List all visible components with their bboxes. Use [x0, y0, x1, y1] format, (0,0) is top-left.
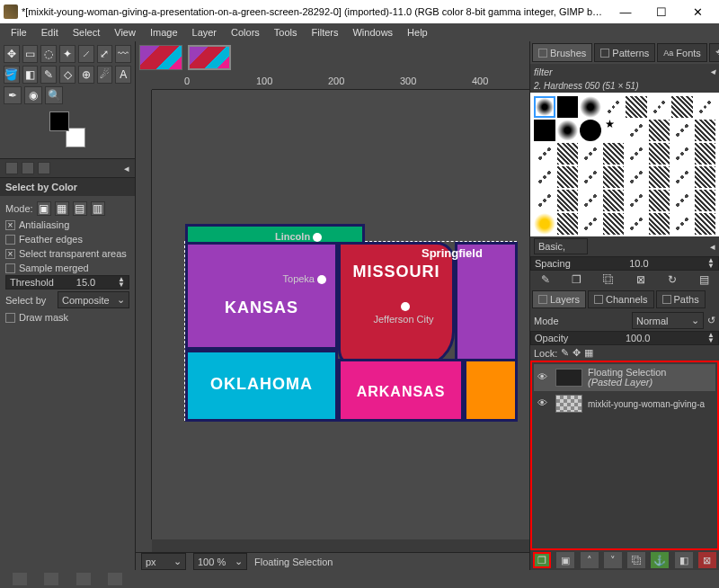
- layer-name[interactable]: Floating Selection(Pasted Layer): [588, 368, 666, 388]
- pencil-tool[interactable]: ✎: [40, 66, 57, 84]
- brushes-tab[interactable]: Brushes: [532, 43, 592, 62]
- brush-item[interactable]: [671, 96, 693, 118]
- brush-item[interactable]: [626, 166, 647, 188]
- color-picker-tool[interactable]: ◉: [24, 86, 42, 104]
- brush-item[interactable]: [649, 120, 670, 141]
- brush-item[interactable]: [580, 166, 601, 188]
- warp-tool[interactable]: 〰: [115, 45, 131, 63]
- device-tab-icon[interactable]: [22, 162, 34, 174]
- brush-item[interactable]: [557, 190, 579, 211]
- brush-item[interactable]: [626, 96, 647, 118]
- sample-merged-checkbox[interactable]: [5, 263, 15, 273]
- brush-item[interactable]: [534, 190, 555, 211]
- move-tool[interactable]: ✥: [4, 45, 20, 63]
- lower-layer-button[interactable]: ˅: [604, 552, 622, 568]
- maximize-button[interactable]: ☐: [644, 0, 679, 23]
- draw-mask-checkbox[interactable]: [5, 313, 15, 323]
- brush-item[interactable]: [557, 143, 579, 165]
- brush-item[interactable]: [580, 96, 601, 118]
- restore-preset-icon[interactable]: [44, 573, 58, 585]
- lock-pixels-icon[interactable]: ✎: [561, 347, 569, 359]
- dock-menu-icon[interactable]: ◂: [710, 66, 715, 77]
- image-tab-1[interactable]: [139, 45, 182, 70]
- bucket-tool[interactable]: 🪣: [4, 66, 20, 84]
- mode-intersect-icon[interactable]: ▥: [91, 201, 105, 216]
- brush-item[interactable]: [671, 190, 693, 211]
- antialiasing-checkbox[interactable]: [5, 220, 15, 230]
- path-tool[interactable]: ✒: [4, 86, 22, 104]
- delete-brush-icon[interactable]: ⊠: [635, 273, 647, 286]
- menu-filters[interactable]: Filters: [305, 25, 346, 40]
- menu-layer[interactable]: Layer: [185, 25, 225, 40]
- canvas-viewport[interactable]: Topeka KANSAS MISSOURI Jefferson City Sp…: [152, 90, 529, 539]
- layer-row[interactable]: Floating Selection(Pasted Layer): [534, 364, 715, 391]
- new-group-button[interactable]: ▣: [556, 552, 574, 568]
- brush-item[interactable]: [626, 190, 647, 211]
- refresh-brush-icon[interactable]: ↻: [666, 273, 679, 286]
- brush-item[interactable]: [671, 166, 693, 188]
- menu-view[interactable]: View: [107, 25, 143, 40]
- brush-item[interactable]: [626, 213, 647, 235]
- layer-name[interactable]: mixkit-young-woman-giving-a: [588, 399, 705, 409]
- brush-item[interactable]: [557, 120, 579, 141]
- brush-item[interactable]: [649, 96, 670, 118]
- brush-item[interactable]: [580, 213, 601, 235]
- blend-mode-dropdown[interactable]: Normal⌄: [632, 312, 704, 329]
- brush-item[interactable]: [626, 120, 647, 141]
- lock-position-icon[interactable]: ✥: [573, 347, 581, 359]
- layer-thumbnail[interactable]: [555, 395, 582, 413]
- brush-item[interactable]: [580, 190, 601, 211]
- layer-row[interactable]: mixkit-young-woman-giving-a: [534, 391, 715, 416]
- brush-item[interactable]: [649, 190, 670, 211]
- visibility-toggle-icon[interactable]: [537, 397, 550, 410]
- brush-preset-dropdown[interactable]: Basic,: [534, 238, 588, 254]
- brush-item[interactable]: [695, 190, 716, 211]
- brush-grid[interactable]: [530, 93, 719, 236]
- brush-item[interactable]: [603, 213, 625, 235]
- fg-color-swatch[interactable]: [49, 111, 69, 131]
- channels-tab[interactable]: Channels: [588, 290, 653, 308]
- reset-preset-icon[interactable]: [108, 573, 122, 585]
- unit-dropdown[interactable]: px⌄: [141, 553, 186, 570]
- brush-item[interactable]: [695, 143, 716, 165]
- menu-tools[interactable]: Tools: [267, 25, 305, 40]
- transparent-checkbox[interactable]: [5, 249, 15, 259]
- clone-tool[interactable]: ⊕: [78, 66, 94, 84]
- menu-help[interactable]: Help: [400, 25, 435, 40]
- tool-opt-tab-icon[interactable]: [5, 162, 18, 174]
- duplicate-layer-button[interactable]: ⿻: [627, 552, 645, 568]
- canvas-image[interactable]: Topeka KANSAS MISSOURI Jefferson City Sp…: [184, 241, 517, 421]
- history-tab[interactable]: ⟲History: [709, 43, 719, 62]
- layer-thumbnail[interactable]: [555, 369, 582, 387]
- brush-item[interactable]: [534, 96, 555, 118]
- zoom-dropdown[interactable]: 100 %⌄: [193, 553, 247, 570]
- open-as-image-icon[interactable]: ▤: [697, 273, 710, 286]
- paths-tab[interactable]: Paths: [656, 290, 706, 308]
- brush-item[interactable]: [626, 143, 647, 165]
- spacing-spinner[interactable]: ▲▼: [707, 258, 715, 269]
- fg-bg-colors[interactable]: [49, 111, 85, 147]
- brush-item[interactable]: [580, 120, 601, 141]
- eraser-tool[interactable]: ◇: [59, 66, 75, 84]
- save-preset-icon[interactable]: [13, 573, 27, 585]
- brush-item[interactable]: [534, 213, 555, 235]
- new-layer-button[interactable]: ❐: [533, 552, 551, 568]
- brush-filter-input[interactable]: filter◂: [530, 64, 719, 79]
- text-tool[interactable]: A: [115, 66, 131, 84]
- dock-menu-icon[interactable]: ◂: [710, 241, 715, 253]
- brush-item[interactable]: [695, 213, 716, 235]
- duplicate-brush-icon[interactable]: ⿻: [602, 273, 615, 286]
- lock-alpha-icon[interactable]: ▦: [584, 347, 593, 359]
- brush-item[interactable]: [671, 143, 693, 165]
- brush-item[interactable]: [603, 190, 625, 211]
- brush-item[interactable]: [695, 120, 716, 141]
- edit-brush-icon[interactable]: ✎: [539, 273, 552, 286]
- mode-replace-icon[interactable]: ▣: [37, 201, 51, 216]
- brush-item[interactable]: [649, 213, 670, 235]
- anchor-layer-button[interactable]: ⚓: [651, 552, 669, 568]
- images-tab-icon[interactable]: [38, 162, 50, 174]
- image-tab-2[interactable]: [188, 45, 231, 70]
- fuzzy-select-tool[interactable]: ✦: [59, 45, 75, 63]
- minimize-button[interactable]: —: [608, 0, 644, 23]
- menu-edit[interactable]: Edit: [34, 25, 66, 40]
